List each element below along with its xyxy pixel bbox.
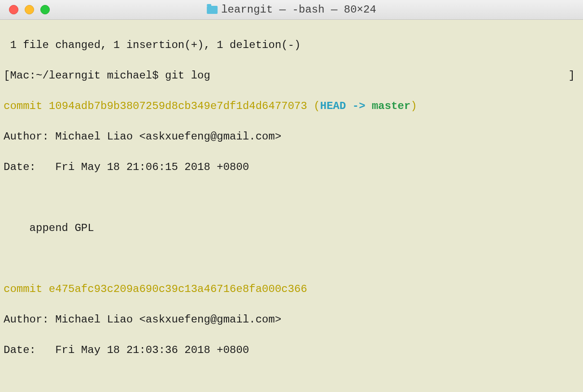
output-line: 1 file changed, 1 insertion(+), 1 deleti… [4, 38, 579, 53]
commit-label: commit [4, 283, 49, 295]
blank-line [4, 251, 579, 266]
commit-message: append GPL [4, 221, 579, 236]
blank-line [4, 190, 579, 205]
prompt-line: [Mac:~/learngit michael$ git log] [4, 68, 579, 83]
minimize-window-button[interactable] [25, 5, 34, 14]
date-line: Date: Fri May 18 21:06:15 2018 +0800 [4, 160, 579, 175]
commit-line: commit 1094adb7b9b3807259d8cb349e7df1d4d… [4, 99, 579, 114]
paren-close: ) [410, 100, 417, 112]
commit-label: commit [4, 100, 49, 112]
close-window-button[interactable] [9, 5, 18, 14]
commit-hash: e475afc93c209a690c39c13a46716e8fa000c366 [49, 283, 307, 295]
bracket-close: ] [569, 68, 579, 83]
bracket-open: [ [4, 70, 10, 82]
paren-open: ( [307, 100, 320, 112]
author-line: Author: Michael Liao <askxuefeng@gmail.c… [4, 129, 579, 144]
blank-line [4, 373, 579, 388]
window-title-area: learngit — -bash — 80×24 [207, 4, 376, 16]
prompt-command: Mac:~/learngit michael$ git log [10, 70, 210, 82]
window-title-text: learngit — -bash — 80×24 [221, 4, 376, 16]
maximize-window-button[interactable] [40, 5, 50, 14]
terminal-content[interactable]: 1 file changed, 1 insertion(+), 1 deleti… [0, 20, 583, 392]
commit-hash: 1094adb7b9b3807259d8cb349e7df1d4d6477073 [49, 100, 307, 112]
commit-line: commit e475afc93c209a690c39c13a46716e8fa… [4, 282, 579, 297]
folder-icon [207, 6, 218, 14]
branch-name: master [372, 100, 410, 112]
window-titlebar: learngit — -bash — 80×24 [0, 0, 583, 20]
head-ref: HEAD -> [320, 100, 372, 112]
date-line: Date: Fri May 18 21:03:36 2018 +0800 [4, 343, 579, 358]
author-line: Author: Michael Liao <askxuefeng@gmail.c… [4, 312, 579, 327]
traffic-lights [0, 5, 50, 14]
